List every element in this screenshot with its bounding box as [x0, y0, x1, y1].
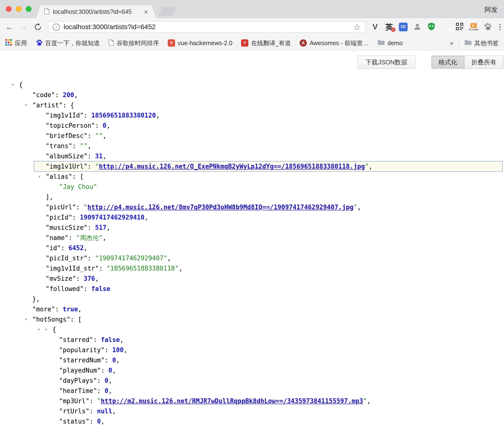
bookmarks-overflow-icon[interactable]: »: [450, 39, 454, 47]
bookmark-item[interactable]: 应用: [5, 39, 27, 47]
json-key: "topicPerson": [46, 122, 95, 129]
json-key: "briefDesc": [46, 132, 87, 139]
new-tab-button[interactable]: [158, 7, 177, 16]
folder-icon: [464, 40, 472, 46]
back-icon[interactable]: ←: [5, 23, 14, 31]
collapse-triangle-icon[interactable]: ▼: [25, 100, 27, 110]
collapse-all-button[interactable]: 折叠所有: [464, 56, 503, 68]
json-link-value[interactable]: http://p4.music.126.net/8mv7qP30Pd3oHW8b…: [87, 204, 353, 211]
forward-icon[interactable]: →: [19, 23, 28, 31]
json-comma: ,: [144, 214, 148, 221]
other-bookmarks-folder[interactable]: 其他书签: [464, 39, 499, 47]
json-colon: :: [72, 173, 80, 180]
json-line: "mvSize": 376,: [0, 273, 504, 284]
json-bracket: {: [52, 326, 56, 333]
fe-icon: FE: [399, 23, 408, 31]
collapse-triangle-icon[interactable]: ▼: [38, 171, 41, 182]
json-line: "mp3Url": "http://m2.music.126.net/RMJR7…: [0, 396, 504, 406]
json-quote: ": [365, 163, 369, 170]
json-line: "albumSize": 31,: [0, 151, 504, 161]
json-value-string: "Jay Chou": [59, 183, 97, 190]
json-key: "picId_str": [46, 255, 87, 262]
extension-paw-icon[interactable]: [483, 22, 493, 32]
json-bracket: {: [19, 81, 23, 88]
bookmark-item[interactable]: 百度一下，你就知道: [36, 39, 100, 47]
extension-youtube-icon[interactable]: [441, 22, 450, 32]
json-key: "mp3Url": [59, 397, 89, 405]
bookmark-item[interactable]: Vvue-hackernews-2.0: [168, 39, 232, 47]
json-line: ],: [0, 192, 504, 202]
collapse-triangle-icon[interactable]: ▼: [25, 314, 27, 324]
paw-icon: [484, 23, 492, 31]
collapse-triangle-icon[interactable]: ▼: [38, 324, 40, 335]
json-line: "trans": "",: [0, 141, 504, 151]
json-link-value[interactable]: http://m2.music.126.net/RMJR7wDullRqppBk…: [101, 397, 363, 405]
bookmark-item[interactable]: AAwesomes - 前端资…: [300, 39, 369, 47]
json-comma: ,: [106, 122, 110, 129]
collapse-triangle-icon[interactable]: ▼: [45, 324, 47, 335]
json-line: ▼{: [0, 80, 504, 90]
site-info-icon[interactable]: i: [53, 24, 60, 31]
extension-profile-icon[interactable]: [412, 22, 422, 32]
bookmark-item[interactable]: Y在线翻译_有道: [241, 39, 291, 47]
extension-player-icon[interactable]: ▶PLAYER: [469, 22, 479, 32]
tab-close-icon[interactable]: ×: [144, 8, 148, 16]
close-window-button[interactable]: [6, 6, 12, 12]
browser-menu-icon[interactable]: [496, 24, 504, 30]
bookmark-label: vue-hackernews-2.0: [178, 40, 232, 47]
url-text[interactable]: localhost:3000/artists?id=6452: [64, 23, 353, 31]
minimize-window-button[interactable]: [16, 6, 22, 12]
browser-user-label[interactable]: 阿发: [485, 5, 498, 14]
bookmark-item[interactable]: 谷歌按时间排序: [109, 39, 159, 47]
json-line: "Jay Chou": [0, 182, 504, 192]
json-colon: :: [99, 265, 106, 272]
json-key: "rtUrls": [59, 408, 89, 415]
maximize-window-button[interactable]: [26, 6, 32, 12]
address-bar[interactable]: i localhost:3000/artists?id=6452 ☆: [48, 21, 365, 33]
json-line: "followed": false: [0, 284, 504, 294]
json-line: "picId": 19097417462929410,: [0, 212, 504, 222]
json-key: "more": [32, 306, 55, 313]
qr-code-icon: [456, 23, 463, 31]
browser-toolbar: ← → i localhost:3000/artists?id=6452 ☆ V…: [0, 18, 504, 36]
json-link-value[interactable]: http://p4.music.126.net/Q_ExePNkmqB2yWyL…: [99, 163, 365, 170]
json-quote: ": [95, 163, 99, 170]
json-colon: :: [87, 255, 95, 262]
extension-vimium-icon[interactable]: V: [370, 22, 380, 32]
json-value-number: 0: [97, 418, 101, 425]
json-comma: ,: [103, 234, 107, 241]
json-colon: :: [55, 91, 63, 99]
json-comma: ,: [84, 244, 88, 252]
json-comma: ,: [179, 265, 183, 272]
apps-grid-icon: [5, 39, 12, 47]
page-icon: [44, 8, 50, 16]
json-line: "starred": false,: [0, 335, 504, 345]
json-value-number: 100: [112, 346, 124, 354]
json-comma: ,: [87, 142, 91, 150]
json-colon: :: [89, 408, 97, 415]
extension-shield-icon[interactable]: [427, 22, 436, 32]
json-comma: ,: [156, 112, 160, 119]
json-key: "name": [46, 234, 68, 241]
collapse-triangle-icon[interactable]: ▼: [12, 80, 14, 90]
json-colon: :: [76, 275, 84, 282]
json-comma: ,: [369, 163, 373, 170]
browser-tab[interactable]: localhost:3000/artists?id=645 ×: [36, 5, 156, 18]
format-button[interactable]: 格式化: [432, 56, 464, 68]
json-line: "briefDesc": "",: [0, 131, 504, 141]
json-colon: :: [105, 357, 112, 364]
letter-circle-icon: A: [300, 39, 307, 47]
json-value-number: 0: [103, 122, 107, 129]
json-colon: :: [105, 346, 112, 354]
json-quote: ": [97, 397, 101, 405]
bookmark-item[interactable]: demo: [378, 40, 403, 47]
json-comma: ,: [167, 255, 171, 262]
extension-translate-en-icon[interactable]: 英en: [384, 22, 394, 32]
json-colon: :: [93, 336, 101, 343]
json-viewer-actions: 下载JSON数据 格式化 折叠所有: [0, 51, 504, 69]
download-json-button[interactable]: 下载JSON数据: [357, 56, 415, 69]
extension-qr-code-icon[interactable]: [455, 22, 464, 32]
extension-fe-icon[interactable]: FE: [398, 22, 408, 32]
bookmark-star-icon[interactable]: ☆: [353, 23, 361, 31]
reload-icon[interactable]: [34, 23, 42, 31]
